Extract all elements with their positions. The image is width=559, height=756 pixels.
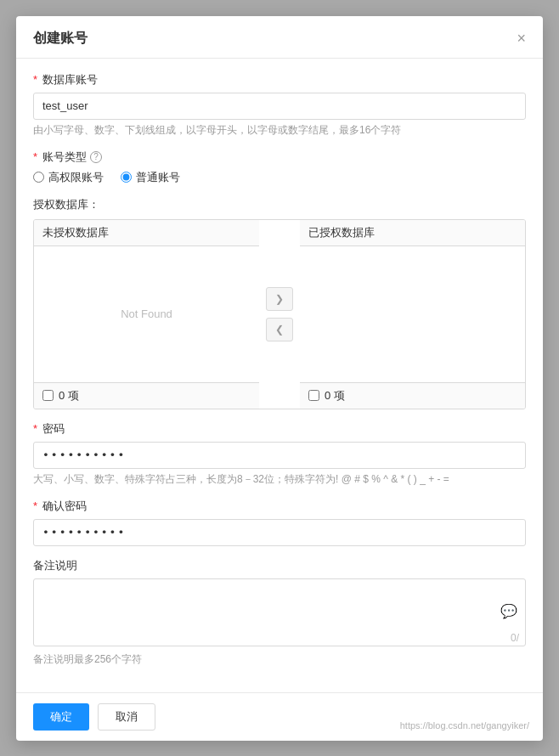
authorized-panel-footer: 0 项 (300, 382, 525, 409)
move-right-button[interactable]: ❯ (266, 287, 293, 311)
arrow-left-icon: ❮ (275, 324, 284, 336)
unauthorized-panel-header: 未授权数据库 (34, 220, 259, 246)
modal-title: 创建账号 (33, 30, 88, 48)
radio-normal-input[interactable] (121, 172, 132, 183)
required-star-4: * (33, 499, 37, 512)
radio-normal[interactable]: 普通账号 (121, 170, 180, 185)
confirm-password-input[interactable] (33, 519, 526, 546)
radio-high-privilege[interactable]: 高权限账号 (33, 170, 104, 185)
modal-header: 创建账号 × (16, 16, 543, 59)
unauthorized-panel-footer: 0 项 (34, 382, 259, 409)
transfer-arrows: ❯ ❮ (259, 229, 300, 399)
textarea-wrapper: 💬 0/ (33, 578, 526, 649)
db-account-field: * 数据库账号 由小写字母、数字、下划线组成，以字母开头，以字母或数字结尾，最多… (33, 72, 526, 138)
notes-field: 备注说明 💬 0/ 备注说明最多256个字符 (33, 558, 526, 667)
confirm-button[interactable]: 确定 (33, 703, 89, 731)
account-type-label-text: 账号类型 (42, 150, 87, 165)
db-transfer-panel: 未授权数据库 Not Found 0 项 ❯ (33, 219, 526, 409)
db-account-input[interactable] (33, 93, 526, 120)
db-auth-field: 授权数据库： 未授权数据库 Not Found 0 项 (33, 197, 526, 409)
unauthorized-panel: 未授权数据库 Not Found 0 项 (34, 220, 259, 409)
notes-counter: 0/ (511, 632, 519, 644)
account-type-label: * 账号类型 ? (33, 150, 526, 165)
not-found-text: Not Found (121, 307, 172, 320)
help-icon[interactable]: ? (90, 151, 102, 163)
db-account-label: * 数据库账号 (33, 72, 526, 87)
password-hint: 大写、小写、数字、特殊字符占三种，长度为8－32位；特殊字符为! @ # $ %… (33, 472, 526, 487)
cancel-button[interactable]: 取消 (98, 703, 155, 731)
required-star-3: * (33, 422, 37, 435)
confirm-password-field: * 确认密码 (33, 499, 526, 546)
account-type-field: * 账号类型 ? 高权限账号 普通账号 (33, 150, 526, 185)
authorized-panel: 已授权数据库 0 项 (300, 220, 525, 409)
notes-textarea[interactable] (33, 578, 526, 646)
notes-label: 备注说明 (33, 558, 526, 573)
modal-body: * 数据库账号 由小写字母、数字、下划线组成，以字母开头，以字母或数字结尾，最多… (16, 59, 543, 692)
password-field: * 密码 大写、小写、数字、特殊字符占三种，长度为8－32位；特殊字符为! @ … (33, 421, 526, 487)
required-star-2: * (33, 150, 37, 163)
authorized-panel-header: 已授权数据库 (300, 220, 525, 246)
modal-overlay: 创建账号 × * 数据库账号 由小写字母、数字、下划线组成，以字母开头，以字母或… (0, 0, 559, 756)
db-account-label-text: 数据库账号 (42, 72, 98, 87)
radio-normal-label: 普通账号 (136, 170, 180, 185)
unauthorized-count: 0 项 (59, 388, 79, 403)
radio-high-privilege-input[interactable] (33, 172, 44, 183)
password-label-text: 密码 (42, 421, 65, 437)
authorized-panel-body (300, 246, 525, 382)
password-label: * 密码 (33, 421, 526, 437)
db-auth-label: 授权数据库： (33, 197, 526, 212)
modal-dialog: 创建账号 × * 数据库账号 由小写字母、数字、下划线组成，以字母开头，以字母或… (16, 16, 543, 741)
arrow-right-icon: ❯ (275, 293, 284, 305)
confirm-password-label-text: 确认密码 (42, 499, 87, 514)
required-star: * (33, 73, 37, 86)
modal-footer: 确定 取消 (16, 692, 543, 741)
db-account-hint: 由小写字母、数字、下划线组成，以字母开头，以字母或数字结尾，最多16个字符 (33, 123, 526, 138)
password-input[interactable] (33, 442, 526, 469)
radio-high-privilege-label: 高权限账号 (48, 170, 104, 185)
unauthorized-panel-body: Not Found (34, 246, 259, 382)
confirm-password-label: * 确认密码 (33, 499, 526, 514)
authorized-count: 0 项 (325, 388, 345, 403)
unauthorized-select-all[interactable] (42, 390, 54, 401)
authorized-select-all[interactable] (308, 390, 319, 401)
notes-hint: 备注说明最多256个字符 (33, 652, 526, 667)
close-button[interactable]: × (517, 31, 526, 46)
account-type-radio-group: 高权限账号 普通账号 (33, 170, 526, 185)
move-left-button[interactable]: ❮ (266, 318, 293, 341)
chat-icon[interactable]: 💬 (497, 600, 521, 623)
